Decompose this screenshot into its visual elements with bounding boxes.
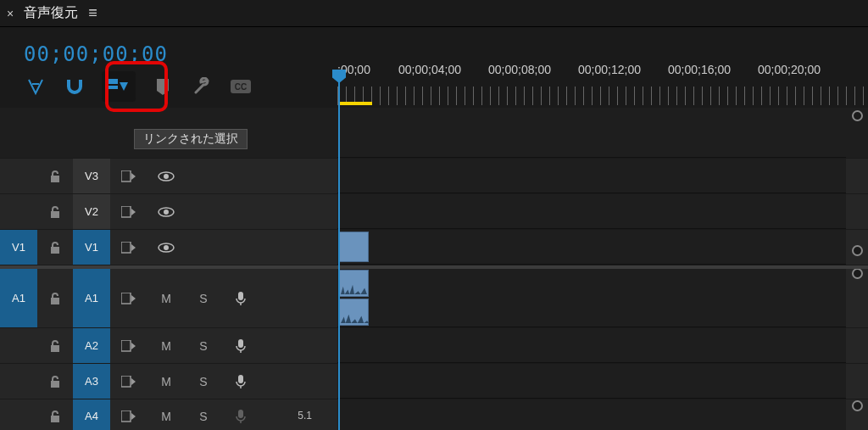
svg-rect-1 [108,79,118,84]
in-out-range[interactable] [338,102,372,105]
svg-rect-22 [121,340,131,351]
audio-clip-a1-l[interactable] [338,270,369,297]
mute-a2[interactable]: M [147,328,185,363]
svg-rect-29 [51,416,59,422]
track-target-a4[interactable]: A4 [73,399,110,430]
src-patch-a4[interactable] [0,399,37,430]
track-output-v3[interactable] [110,159,147,193]
track-target-v2[interactable]: V2 [73,194,110,229]
mute-a1[interactable]: M [147,269,185,327]
panel-header: × 音声復元 ≡ [0,0,868,27]
svg-rect-10 [121,206,131,217]
channel-label-a4: 5.1 [298,410,312,422]
track-output-v1[interactable] [110,230,147,265]
video-clip[interactable] [338,232,369,262]
svg-rect-18 [121,293,131,304]
timecode-row: 00;00;00;00 [24,42,168,66]
svg-text:CC: CC [235,82,247,92]
track-content-v2[interactable] [337,194,846,229]
src-patch-v1[interactable]: V1 [0,230,37,265]
track-content-a1[interactable] [337,269,846,327]
playhead-timecode[interactable]: 00;00;00;00 [24,42,168,66]
lock-v1[interactable] [37,230,73,265]
track-output-a3[interactable] [110,364,147,399]
insert-tracks-icon[interactable] [24,75,47,98]
src-patch-a3[interactable] [0,364,37,399]
track-content-a3[interactable] [337,364,846,399]
ruler-label: 00;00;12;00 [578,63,641,76]
track-output-a2[interactable] [110,328,147,363]
tooltip-linked-selection: リンクされた選択 [134,129,248,149]
src-patch-v3[interactable] [0,159,37,193]
svg-rect-6 [121,170,131,181]
playhead[interactable] [338,80,340,430]
voiceover-a4[interactable] [222,399,259,430]
track-content-v1[interactable] [337,230,846,265]
track-target-a1[interactable]: A1 [73,269,110,327]
track-content-a4[interactable] [337,399,846,430]
svg-rect-17 [51,298,59,304]
track-header-v1: V1 V1 [0,230,337,265]
lock-a3[interactable] [37,364,73,399]
close-panel-button[interactable]: × [7,7,14,20]
linked-selection-icon [107,75,131,98]
panel-menu-button[interactable]: ≡ [88,4,97,22]
solo-a1[interactable]: S [185,269,222,327]
svg-rect-19 [238,292,243,300]
svg-rect-23 [238,339,243,348]
snap-magnet-icon[interactable] [63,75,86,98]
toggle-visibility-v1[interactable] [147,230,185,265]
svg-rect-5 [51,176,59,182]
solo-a4[interactable]: S [185,399,222,430]
track-target-a2[interactable]: A2 [73,328,110,363]
track-a3: A3 M S [0,364,868,399]
linked-selection-button[interactable] [102,71,136,102]
markers-icon[interactable] [151,75,175,98]
ruler-label: 00;00;08;00 [488,63,551,76]
settings-wrench-icon[interactable] [190,75,214,98]
lock-v2[interactable] [37,194,73,229]
track-a1: A1 A1 M S [0,269,868,328]
mute-a3[interactable]: M [147,364,185,399]
track-output-v2[interactable] [110,194,147,229]
scroll-marker-top[interactable] [852,110,863,121]
track-header-v3: V3 [0,159,337,193]
lock-a2[interactable] [37,328,73,363]
track-v2: V2 [0,194,868,230]
captions-cc-icon[interactable]: CC [229,75,253,98]
track-target-a3[interactable]: A3 [73,364,110,399]
track-v3: V3 [0,159,868,194]
track-target-v3[interactable]: V3 [73,159,110,193]
toggle-visibility-v3[interactable] [147,159,185,193]
voiceover-a2[interactable] [222,328,259,363]
lock-v3[interactable] [37,159,73,193]
src-patch-v2[interactable] [0,194,37,229]
svg-rect-9 [51,211,59,218]
solo-a3[interactable]: S [185,364,222,399]
svg-rect-13 [51,247,59,254]
src-patch-a2[interactable] [0,328,37,363]
scroll-marker-bottom[interactable] [852,400,863,411]
toggle-visibility-v2[interactable] [147,194,185,229]
lock-a1[interactable] [37,269,73,327]
track-target-v1[interactable]: V1 [73,230,110,265]
va-divider[interactable] [0,265,868,269]
voiceover-a1[interactable] [222,269,259,327]
track-content-v3[interactable] [337,159,846,193]
track-output-a4[interactable] [110,399,147,430]
track-output-a1[interactable] [110,269,147,327]
track-content-a2[interactable] [337,328,846,363]
voiceover-a3[interactable] [222,364,259,399]
svg-rect-30 [121,410,131,422]
mute-a4[interactable]: M [147,399,185,430]
scroll-marker-a1[interactable] [852,268,863,279]
timeline-ruler[interactable]: ;00;00 00;00;04;00 00;00;08;00 00;00;12;… [337,63,868,105]
src-patch-a1[interactable]: A1 [0,269,37,327]
lock-a4[interactable] [37,399,73,430]
svg-point-8 [164,174,169,179]
svg-rect-21 [51,345,59,352]
scroll-marker-v1[interactable] [852,245,863,256]
solo-a2[interactable]: S [185,328,222,363]
ruler-label: 00;00;04;00 [398,63,461,76]
audio-clip-a1-r[interactable] [338,299,369,326]
